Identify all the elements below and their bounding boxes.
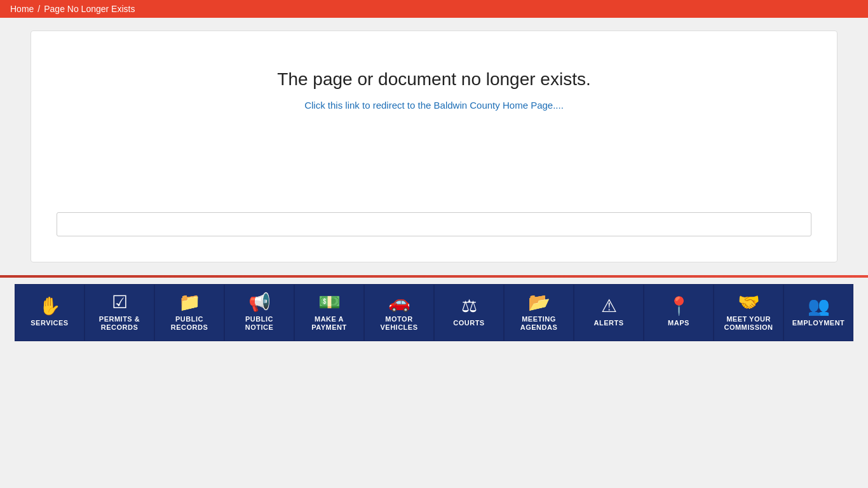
alerts-label: ALERTS xyxy=(594,319,624,327)
tile-employment[interactable]: 👥EMPLOYMENT xyxy=(783,284,853,341)
tile-services[interactable]: ✋SERVICES xyxy=(15,284,85,341)
error-message: The page or document no longer exists. xyxy=(57,69,811,90)
maps-icon: 📍 xyxy=(668,297,690,315)
breadcrumb-home[interactable]: Home xyxy=(10,4,34,14)
redirect-link[interactable]: Click this link to redirect to the Baldw… xyxy=(57,100,811,111)
tile-meet-commission[interactable]: 🤝MEET YOUR COMMISSION xyxy=(714,284,783,341)
permits-label: PERMITS & RECORDS xyxy=(99,315,140,332)
maps-label: MAPS xyxy=(668,319,689,327)
tile-meeting-agendas[interactable]: 📂MEETING AGENDAS xyxy=(504,284,574,341)
permits-icon: ☑ xyxy=(112,294,128,311)
public-notice-label: PUBLIC NOTICE xyxy=(245,315,274,332)
public-records-label: PUBLIC RECORDS xyxy=(171,315,208,332)
meet-commission-label: MEET YOUR COMMISSION xyxy=(724,315,773,332)
services-label: SERVICES xyxy=(31,319,68,327)
motor-vehicles-icon: 🚗 xyxy=(388,294,410,311)
meet-commission-icon: 🤝 xyxy=(738,294,760,311)
tile-public-records[interactable]: 📁PUBLIC RECORDS xyxy=(154,284,224,341)
payment-label: MAKE A PAYMENT xyxy=(311,315,346,332)
breadcrumb-bar: Home / Page No Longer Exists xyxy=(0,0,868,18)
motor-vehicles-label: MOTOR VEHICLES xyxy=(380,315,417,332)
error-card: The page or document no longer exists. C… xyxy=(31,30,837,262)
tile-motor-vehicles[interactable]: 🚗MOTOR VEHICLES xyxy=(364,284,434,341)
tiles-row: ✋SERVICES☑PERMITS & RECORDS📁PUBLIC RECOR… xyxy=(0,284,868,341)
tile-payment[interactable]: 💵MAKE A PAYMENT xyxy=(294,284,364,341)
tile-alerts[interactable]: ⚠ALERTS xyxy=(574,284,644,341)
meeting-agendas-icon: 📂 xyxy=(528,294,550,311)
meeting-agendas-label: MEETING AGENDAS xyxy=(520,315,558,332)
main-content: The page or document no longer exists. C… xyxy=(0,18,868,275)
public-records-icon: 📁 xyxy=(179,294,201,311)
courts-icon: ⚖ xyxy=(461,297,477,315)
payment-icon: 💵 xyxy=(318,294,341,311)
tile-maps[interactable]: 📍MAPS xyxy=(644,284,714,341)
search-input[interactable] xyxy=(57,212,811,236)
services-icon: ✋ xyxy=(39,297,61,315)
breadcrumb-current: Page No Longer Exists xyxy=(44,4,135,14)
alerts-icon: ⚠ xyxy=(601,297,617,315)
employment-icon: 👥 xyxy=(808,297,830,315)
employment-label: EMPLOYMENT xyxy=(792,319,845,327)
tile-public-notice[interactable]: 📢PUBLIC NOTICE xyxy=(224,284,294,341)
tile-permits[interactable]: ☑PERMITS & RECORDS xyxy=(85,284,154,341)
bottom-nav: ✋SERVICES☑PERMITS & RECORDS📁PUBLIC RECOR… xyxy=(0,278,868,341)
courts-label: COURTS xyxy=(453,319,484,327)
public-notice-icon: 📢 xyxy=(248,294,271,311)
breadcrumb-separator: / xyxy=(37,4,40,14)
tile-courts[interactable]: ⚖COURTS xyxy=(434,284,504,341)
